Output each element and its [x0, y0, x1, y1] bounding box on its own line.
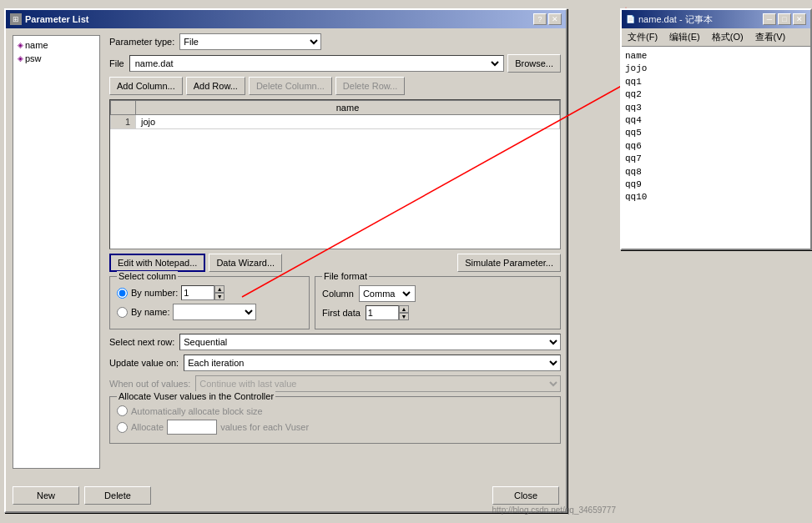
tree-icon-name: ◈ — [18, 41, 23, 49]
browse-button[interactable]: Browse... — [507, 54, 561, 73]
allocate-label: Allocate — [131, 422, 164, 432]
select-next-row: Select next row: Sequential — [109, 334, 561, 350]
when-out-label: When out of values: — [109, 379, 190, 389]
help-button[interactable]: ? — [533, 13, 547, 25]
column-value: Comma — [361, 289, 397, 299]
first-data-spin-down[interactable]: ▼ — [399, 313, 409, 320]
select-next-row-label: Select next row: — [109, 337, 174, 347]
notepad-content: name jojo qq1 qq2 qq3 qq4 qq5 qq6 qq7 qq… — [622, 47, 810, 249]
close-button[interactable]: ✕ — [548, 13, 562, 25]
notepad-line: qq3 — [625, 102, 807, 114]
select-next-row-select[interactable]: Sequential — [179, 334, 561, 350]
column-label: Column — [322, 289, 354, 299]
by-number-row: By number: ▲ ▼ — [117, 285, 302, 300]
notepad-line: qq10 — [625, 191, 807, 204]
action-row: Edit with Notepad... Data Wizard... Simu… — [109, 254, 561, 272]
watermark: http://blog.csdn.net/qq_34659777 — [492, 505, 616, 515]
update-value-label: Update value on: — [109, 358, 179, 368]
add-column-button[interactable]: Add Column... — [109, 77, 183, 95]
bottom-panels: Select column By number: ▲ ▼ By name: — [109, 276, 561, 329]
row-value: jojo — [136, 115, 560, 129]
delete-column-button[interactable]: Delete Column... — [249, 77, 332, 95]
file-format-title: File format — [322, 271, 369, 281]
first-data-row: First data ▲ ▼ — [322, 305, 553, 320]
tree-icon-psw: ◈ — [18, 54, 23, 63]
first-data-input[interactable] — [366, 305, 399, 320]
data-table-container: name 1 jojo — [109, 99, 561, 249]
notepad-close[interactable]: ✕ — [793, 13, 806, 25]
first-data-spinner: ▲ ▼ — [366, 305, 409, 320]
allocate-input[interactable] — [167, 420, 217, 435]
allocate-row: Allocate values for each Vuser — [117, 420, 553, 435]
edit-notepad-button[interactable]: Edit with Notepad... — [109, 254, 205, 272]
notepad-line: qq6 — [625, 140, 807, 153]
file-label: File — [109, 58, 124, 68]
when-out-select[interactable]: Continue with last value — [195, 375, 561, 392]
menu-format[interactable]: 格式(O) — [709, 30, 746, 44]
file-select[interactable]: name.dat — [132, 56, 502, 71]
dialog-title-bar: ⊞ Parameter List ? ✕ — [6, 10, 566, 28]
notepad-icon: 📄 — [626, 15, 635, 23]
parameter-tree: ◈ name ◈ psw — [13, 35, 100, 469]
spin-up[interactable]: ▲ — [214, 285, 224, 293]
by-number-spinner: ▲ ▼ — [181, 285, 224, 300]
menu-view[interactable]: 查看(V) — [753, 30, 789, 44]
select-column-group: Select column By number: ▲ ▼ By name: — [109, 276, 310, 329]
update-value-select[interactable]: Each iteration — [184, 355, 561, 371]
controller-title: Allocate Vuser values in the Controller — [117, 391, 275, 401]
column-row: Column Comma Comma — [322, 285, 553, 302]
by-number-label: By number: — [131, 288, 178, 298]
notepad-minimize[interactable]: ─ — [763, 13, 776, 25]
notepad-line: name — [625, 50, 807, 63]
by-number-radio[interactable] — [117, 288, 128, 299]
when-out-row: When out of values: Continue with last v… — [109, 375, 561, 392]
file-format-group: File format Column Comma Comma First dat… — [315, 276, 561, 329]
right-content: Parameter type: File File name.dat Brows… — [104, 28, 566, 449]
new-button[interactable]: New — [13, 486, 79, 505]
bottom-buttons: New Delete — [13, 486, 151, 505]
param-type-label: Parameter type: — [109, 37, 174, 47]
data-wizard-button[interactable]: Data Wizard... — [209, 254, 282, 272]
add-row-button[interactable]: Add Row... — [186, 77, 245, 95]
tree-item-psw[interactable]: ◈ psw — [16, 52, 97, 65]
table-row: 1 jojo — [111, 115, 560, 129]
by-name-select[interactable] — [173, 304, 256, 320]
auto-allocate-radio[interactable] — [117, 405, 128, 416]
toolbar-row: Add Column... Add Row... Delete Column..… — [109, 77, 561, 95]
notepad-title-bar: 📄 name.dat - 记事本 ─ □ ✕ — [622, 10, 810, 28]
notepad-line: qq7 — [625, 153, 807, 165]
allocate-radio[interactable] — [117, 422, 128, 433]
notepad-title-text: name.dat - 记事本 — [638, 13, 713, 26]
dialog-icon: ⊞ — [10, 13, 22, 25]
name-column-header: name — [136, 101, 560, 115]
parameter-list-dialog: ⊞ Parameter List ? ✕ ◈ name ◈ psw Parame… — [4, 8, 567, 513]
row-num-header — [111, 101, 136, 115]
notepad-line: qq9 — [625, 179, 807, 191]
menu-edit[interactable]: 编辑(E) — [667, 30, 703, 44]
close-button-main[interactable]: Close — [492, 486, 559, 505]
notepad-maximize[interactable]: □ — [778, 13, 791, 25]
column-select[interactable]: Comma — [396, 286, 413, 301]
file-row: File name.dat Browse... — [109, 54, 561, 73]
by-number-input[interactable] — [181, 285, 214, 300]
notepad-window: 📄 name.dat - 记事本 ─ □ ✕ 文件(F) 编辑(E) 格式(O)… — [620, 8, 812, 250]
update-value-row: Update value on: Each iteration — [109, 355, 561, 371]
notepad-line: qq4 — [625, 114, 807, 127]
delete-button[interactable]: Delete — [84, 486, 151, 505]
spin-down[interactable]: ▼ — [214, 293, 224, 300]
param-type-select[interactable]: File — [179, 33, 321, 50]
notepad-line: qq5 — [625, 127, 807, 139]
dialog-title: Parameter List — [25, 14, 88, 24]
tree-item-name[interactable]: ◈ name — [16, 38, 97, 52]
auto-allocate-label: Automatically allocate block size — [131, 406, 263, 416]
notepad-menubar: 文件(F) 编辑(E) 格式(O) 查看(V) — [622, 28, 810, 47]
notepad-line: jojo — [625, 63, 807, 75]
auto-allocate-row: Automatically allocate block size — [117, 405, 553, 416]
menu-file[interactable]: 文件(F) — [625, 30, 660, 44]
notepad-line: qq2 — [625, 88, 807, 101]
delete-row-button[interactable]: Delete Row... — [335, 77, 405, 95]
simulate-button[interactable]: Simulate Parameter... — [457, 254, 561, 272]
data-table: name 1 jojo — [110, 100, 560, 129]
by-name-radio[interactable] — [117, 307, 128, 318]
first-data-spin-up[interactable]: ▲ — [399, 305, 409, 313]
